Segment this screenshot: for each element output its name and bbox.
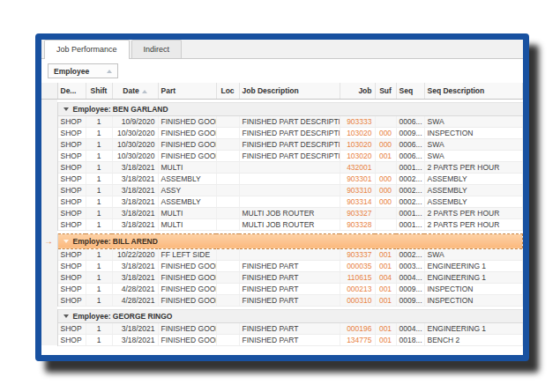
cell-seqdesc[interactable]: BENCH 2	[424, 334, 523, 345]
cell-seq[interactable]: 0001...	[396, 218, 424, 230]
group-row[interactable]: Employee: GEORGE RINGO	[41, 309, 523, 322]
cell-loc[interactable]	[216, 184, 239, 196]
cell-job[interactable]: 000310	[340, 294, 375, 306]
group-header-cell[interactable]: Employee: BEN GARLAND	[57, 102, 523, 115]
collapse-group-icon[interactable]	[63, 314, 69, 318]
cell-part[interactable]: FF LEFT SIDE	[158, 248, 216, 260]
group-row[interactable]: Employee: BEN GARLAND	[41, 102, 523, 115]
cell-seq[interactable]: 0004...	[396, 322, 424, 334]
cell-shift[interactable]: 1	[86, 115, 112, 127]
cell-jobdesc[interactable]: FINISHED PART	[239, 260, 340, 271]
data-row[interactable]: SHOP110/9/2020FINISHED GOOD ...FINISHED …	[41, 115, 523, 127]
cell-part[interactable]: FINISHED GOOD ...	[158, 283, 216, 294]
cell-seqdesc[interactable]: ASSEMBLY	[424, 173, 523, 184]
column-header-job[interactable]: Job	[340, 83, 375, 99]
cell-det[interactable]: SHOP	[57, 322, 86, 334]
cell-shift[interactable]: 1	[86, 260, 112, 271]
data-row[interactable]: SHOP13/18/2021MULTIMULTI JOB ROUTER90332…	[41, 207, 523, 218]
collapse-group-icon[interactable]	[63, 240, 69, 243]
cell-suf[interactable]: 000	[375, 173, 396, 184]
cell-jobdesc[interactable]: FINISHED PART DESCRIPTION	[239, 115, 340, 127]
cell-date[interactable]: 10/9/2020	[112, 115, 158, 127]
cell-seqdesc[interactable]: 2 PARTS PER HOUR	[424, 161, 523, 173]
tab-job-performance[interactable]: Job Performance	[44, 40, 130, 59]
cell-seq[interactable]: 0002...	[396, 196, 424, 207]
cell-seq[interactable]: 0006...	[396, 138, 424, 150]
cell-part[interactable]: FINISHED GOOD ...	[158, 260, 216, 271]
cell-loc[interactable]	[216, 138, 239, 150]
cell-seq[interactable]: 0009...	[396, 127, 424, 138]
cell-job[interactable]: 103020	[340, 150, 375, 161]
data-row[interactable]: SHOP13/18/2021MULTI4320010001...2 PARTS …	[41, 161, 523, 173]
data-row[interactable]: SHOP14/28/2021FINISHED GOOD ...FINISHED …	[41, 283, 523, 294]
cell-shift[interactable]: 1	[86, 173, 112, 184]
cell-date[interactable]: 3/18/2021	[112, 334, 158, 345]
cell-suf[interactable]: 000	[375, 184, 396, 196]
cell-date[interactable]: 3/18/2021	[112, 260, 158, 271]
cell-seqdesc[interactable]: INSPECTION	[424, 283, 523, 294]
cell-suf[interactable]: 001	[375, 260, 396, 271]
cell-date[interactable]: 4/28/2021	[112, 294, 158, 306]
data-row[interactable]: SHOP110/22/2020FF LEFT SIDE9033370010002…	[41, 248, 523, 260]
cell-det[interactable]: SHOP	[57, 260, 86, 271]
data-row[interactable]: SHOP110/30/2020FINISHED GOOD ...FINISHED…	[41, 127, 523, 138]
cell-loc[interactable]	[216, 283, 239, 294]
cell-shift[interactable]: 1	[86, 248, 112, 260]
cell-suf[interactable]: 001	[375, 294, 396, 306]
cell-seqdesc[interactable]: ENGINEERING 1	[424, 322, 523, 334]
cell-suf[interactable]: 001	[375, 334, 396, 345]
cell-loc[interactable]	[216, 196, 239, 207]
cell-shift[interactable]: 1	[86, 127, 112, 138]
cell-seq[interactable]: 0018...	[396, 334, 424, 345]
cell-job[interactable]: 903333	[340, 115, 375, 127]
cell-part[interactable]: ASSY	[158, 184, 216, 196]
cell-seq[interactable]: 0002...	[396, 184, 424, 196]
cell-date[interactable]: 10/22/2020	[112, 248, 158, 260]
cell-loc[interactable]	[216, 294, 239, 306]
cell-jobdesc[interactable]: FINISHED PART DESCRIPTION	[239, 127, 340, 138]
cell-part[interactable]: FINISHED GOOD ...	[158, 138, 216, 150]
cell-shift[interactable]: 1	[86, 271, 112, 283]
cell-part[interactable]: FINISHED GOOD ...	[158, 322, 216, 334]
cell-loc[interactable]	[216, 218, 239, 230]
cell-job[interactable]: 000196	[340, 322, 375, 334]
cell-part[interactable]: MULTI	[158, 218, 216, 230]
cell-det[interactable]: SHOP	[57, 196, 86, 207]
cell-part[interactable]: ASSEMBLY	[158, 196, 216, 207]
cell-job[interactable]: 903310	[340, 184, 375, 196]
cell-job[interactable]: 134775	[340, 334, 375, 345]
cell-loc[interactable]	[216, 127, 239, 138]
cell-seqdesc[interactable]: 2 PARTS PER HOUR	[424, 207, 523, 218]
cell-jobdesc[interactable]: FINISHED PART DESCRIPTION	[239, 138, 340, 150]
cell-jobdesc[interactable]: FINISHED PART DESCRIPTION	[239, 150, 340, 161]
cell-part[interactable]: FINISHED GOOD ...	[158, 271, 216, 283]
cell-loc[interactable]	[216, 115, 239, 127]
cell-date[interactable]: 3/18/2021	[112, 161, 158, 173]
cell-seqdesc[interactable]: ENGINEERING 1	[424, 260, 523, 271]
cell-jobdesc[interactable]: FINISHED PART	[239, 334, 340, 345]
cell-loc[interactable]	[216, 150, 239, 161]
cell-job[interactable]: 903301	[340, 173, 375, 184]
cell-jobdesc[interactable]: FINISHED PART	[239, 283, 340, 294]
cell-shift[interactable]: 1	[86, 322, 112, 334]
column-header-det[interactable]: De...	[57, 83, 86, 99]
column-header-seq[interactable]: Seq	[396, 83, 424, 99]
cell-seqdesc[interactable]: 2 PARTS PER HOUR	[424, 218, 523, 230]
cell-det[interactable]: SHOP	[57, 294, 86, 306]
cell-date[interactable]: 10/30/2020	[112, 150, 158, 161]
cell-shift[interactable]: 1	[86, 207, 112, 218]
column-header-date[interactable]: Date	[112, 83, 158, 99]
cell-seqdesc[interactable]: INSPECTION	[424, 127, 523, 138]
cell-det[interactable]: SHOP	[57, 173, 86, 184]
data-row[interactable]: SHOP13/18/2021ASSY9033100000002...ASSEMB…	[41, 184, 523, 196]
column-header-suf[interactable]: Suf	[375, 83, 396, 99]
data-row[interactable]: SHOP13/18/2021FINISHED GOOD ...FINISHED …	[41, 322, 523, 334]
cell-loc[interactable]	[216, 161, 239, 173]
cell-jobdesc[interactable]: MULTI JOB ROUTER	[239, 218, 340, 230]
cell-date[interactable]: 3/18/2021	[112, 218, 158, 230]
cell-suf[interactable]: 001	[375, 283, 396, 294]
column-header-shift[interactable]: Shift	[86, 83, 112, 99]
cell-part[interactable]: FINISHED GOOD ...	[158, 150, 216, 161]
cell-suf[interactable]	[375, 115, 396, 127]
cell-job[interactable]: 103020	[340, 127, 375, 138]
